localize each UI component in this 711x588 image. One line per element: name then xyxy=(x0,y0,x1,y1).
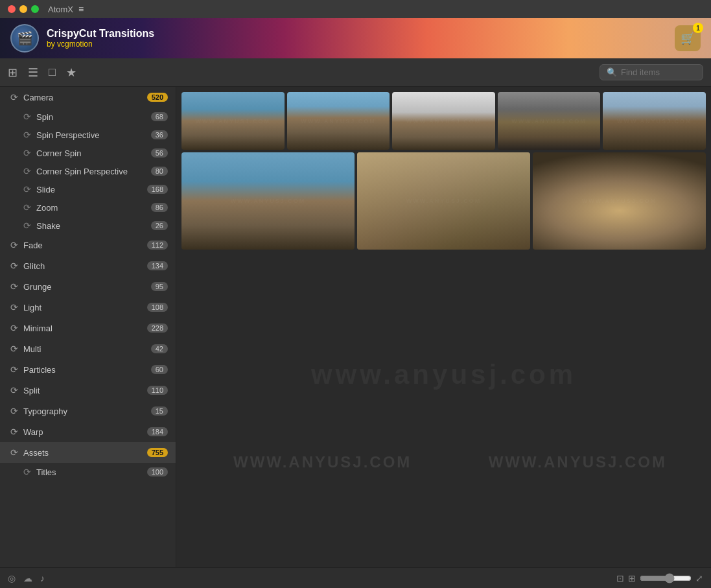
sidebar-label-camera: Camera xyxy=(23,93,53,102)
cloud-icon[interactable]: ☁ xyxy=(23,573,32,583)
target-icon[interactable]: ◎ xyxy=(8,573,16,583)
sidebar: ⟳ Camera 520 ⟳ Spin 68 ⟳ Spin Perspectiv… xyxy=(0,87,176,567)
sidebar-item-light[interactable]: ⟳ Light 108 xyxy=(0,297,176,318)
list-view-icon[interactable]: ☰ xyxy=(28,65,38,80)
thumbnail-1[interactable]: www.anyusj.com xyxy=(181,92,285,150)
logo-icon: 🎬 xyxy=(17,30,33,46)
sidebar-item-slide[interactable]: ⟳ Slide 168 xyxy=(0,180,176,198)
banner-info: CrispyCut Transitions by vcgmotion xyxy=(47,28,154,49)
sidebar-item-split[interactable]: ⟳ Split 110 xyxy=(0,380,176,401)
file-icon[interactable]: □ xyxy=(49,65,56,79)
sub-icon-shake: ⟳ xyxy=(23,220,31,231)
sidebar-label-grunge: Grunge xyxy=(23,282,51,292)
sidebar-item-titles[interactable]: ⟳ Titles 100 xyxy=(0,463,176,481)
sidebar-item-multi[interactable]: ⟳ Multi 42 xyxy=(0,338,176,359)
sidebar-badge-multi: 42 xyxy=(151,344,168,353)
sub-icon-corner-spin: ⟳ xyxy=(23,148,31,158)
bottombar: ◎ ☁ ♪ ⊡ ⊞ ⤢ xyxy=(0,567,711,588)
zoom-slider[interactable] xyxy=(640,573,692,583)
sidebar-label-particles: Particles xyxy=(23,365,56,375)
category-icon-warp: ⟳ xyxy=(10,427,18,437)
banner: 🎬 CrispyCut Transitions by vcgmotion 🛒 1 xyxy=(0,18,711,58)
sidebar-label-titles: Titles xyxy=(36,467,56,477)
category-icon-multi: ⟳ xyxy=(10,344,18,354)
thumbnail-7[interactable]: www.anyusj.com xyxy=(357,152,530,250)
sidebar-badge-minimal: 228 xyxy=(147,323,168,333)
category-icon-light: ⟳ xyxy=(10,302,18,312)
sidebar-label-fade: Fade xyxy=(23,241,43,250)
empty-content-area: www.anyusj.com WWW.ANYUSJ.COM WWW.ANYUSJ… xyxy=(181,250,706,562)
category-icon-grunge: ⟳ xyxy=(10,281,18,292)
sidebar-label-assets: Assets xyxy=(23,448,49,458)
grid-view-icon[interactable]: ⊞ xyxy=(8,65,17,80)
thumbnail-3[interactable]: www.anyusj.com xyxy=(392,92,495,150)
category-icon-typography: ⟳ xyxy=(10,406,18,416)
watermark-bottom-left: WWW.ANYUSJ.COM xyxy=(233,453,412,471)
sidebar-badge-titles: 100 xyxy=(147,467,168,476)
search-input[interactable] xyxy=(621,67,699,77)
thumbnail-5[interactable]: www.anyusj.com xyxy=(603,92,706,150)
maximize-button[interactable] xyxy=(31,5,39,13)
banner-title: CrispyCut Transitions xyxy=(47,28,154,40)
sidebar-item-spin-perspective[interactable]: ⟳ Spin Perspective 36 xyxy=(0,126,176,144)
menu-icon[interactable]: ≡ xyxy=(78,4,84,14)
traffic-lights xyxy=(8,5,39,13)
sidebar-item-particles[interactable]: ⟳ Particles 60 xyxy=(0,359,176,380)
minimize-button[interactable] xyxy=(19,5,27,13)
sidebar-item-assets[interactable]: ⟳ Assets 755 xyxy=(0,442,176,463)
watermark-center: www.anyusj.com xyxy=(311,359,576,390)
sidebar-badge-camera: 520 xyxy=(147,93,168,102)
main-area: ⟳ Camera 520 ⟳ Spin 68 ⟳ Spin Perspectiv… xyxy=(0,87,711,567)
sidebar-item-spin[interactable]: ⟳ Spin 68 xyxy=(0,108,176,126)
close-button[interactable] xyxy=(8,5,16,13)
sidebar-label-corner-spin-perspective: Corner Spin Perspective xyxy=(36,167,128,176)
sidebar-label-warp: Warp xyxy=(23,427,43,437)
sidebar-item-warp[interactable]: ⟳ Warp 184 xyxy=(0,421,176,442)
search-box[interactable]: 🔍 xyxy=(600,64,703,80)
thumbnail-6[interactable]: www.anyusj.com xyxy=(181,152,355,250)
thumbnail-grid-row2: www.anyusj.com www.anyusj.com www.anyusj… xyxy=(181,152,706,250)
sidebar-item-glitch[interactable]: ⟳ Glitch 134 xyxy=(0,255,176,276)
sidebar-badge-spin: 68 xyxy=(151,112,168,121)
banner-logo: 🎬 xyxy=(10,24,39,53)
watermark-8: www.anyusj.com xyxy=(582,198,657,204)
thumbnail-grid-row1: www.anyusj.com www.anyusj.com www.anyusj… xyxy=(181,92,706,150)
sidebar-item-fade[interactable]: ⟳ Fade 112 xyxy=(0,235,176,255)
sidebar-item-corner-spin-perspective[interactable]: ⟳ Corner Spin Perspective 80 xyxy=(0,162,176,180)
sub-icon-slide: ⟳ xyxy=(23,184,31,194)
sidebar-label-minimal: Minimal xyxy=(23,323,52,333)
sidebar-badge-spin-perspective: 36 xyxy=(151,130,168,139)
cart-icon: 🛒 xyxy=(681,31,695,45)
sidebar-item-zoom[interactable]: ⟳ Zoom 86 xyxy=(0,198,176,217)
sidebar-badge-glitch: 134 xyxy=(147,261,168,270)
sidebar-item-minimal[interactable]: ⟳ Minimal 228 xyxy=(0,318,176,338)
sidebar-item-corner-spin[interactable]: ⟳ Corner Spin 56 xyxy=(0,144,176,162)
sidebar-badge-corner-spin-perspective: 80 xyxy=(151,167,168,176)
category-icon-split: ⟳ xyxy=(10,385,18,395)
sidebar-item-typography[interactable]: ⟳ Typography 15 xyxy=(0,401,176,421)
sidebar-item-shake[interactable]: ⟳ Shake 26 xyxy=(0,217,176,235)
collapse-icon[interactable]: ⊞ xyxy=(628,573,636,583)
sidebar-badge-typography: 15 xyxy=(151,406,168,416)
thumbnail-8[interactable]: www.anyusj.com xyxy=(533,152,706,250)
thumbnail-2[interactable]: www.anyusj.com xyxy=(287,92,390,150)
sidebar-label-spin-perspective: Spin Perspective xyxy=(36,130,100,140)
category-icon-assets: ⟳ xyxy=(10,447,18,458)
sidebar-badge-corner-spin: 56 xyxy=(151,148,168,158)
music-icon[interactable]: ♪ xyxy=(40,573,45,583)
expand-icon[interactable]: ⊡ xyxy=(616,573,624,583)
sidebar-label-corner-spin: Corner Spin xyxy=(36,148,81,158)
sidebar-badge-split: 110 xyxy=(147,386,168,395)
favorites-icon[interactable]: ★ xyxy=(66,65,76,80)
content-area: www.anyusj.com www.anyusj.com www.anyusj… xyxy=(176,87,711,567)
thumbnail-4[interactable]: www.anyusj.com xyxy=(498,92,601,150)
sidebar-item-grunge[interactable]: ⟳ Grunge 95 xyxy=(0,276,176,297)
fullscreen-icon[interactable]: ⤢ xyxy=(695,573,703,583)
titlebar: AtomX ≡ xyxy=(0,0,711,18)
sidebar-badge-shake: 26 xyxy=(151,221,168,230)
sidebar-item-camera[interactable]: ⟳ Camera 520 xyxy=(0,87,176,108)
cart-button[interactable]: 🛒 1 xyxy=(675,25,701,51)
search-icon: 🔍 xyxy=(607,67,617,77)
sidebar-badge-grunge: 95 xyxy=(151,282,168,291)
sub-icon-corner-spin-perspective: ⟳ xyxy=(23,166,31,176)
